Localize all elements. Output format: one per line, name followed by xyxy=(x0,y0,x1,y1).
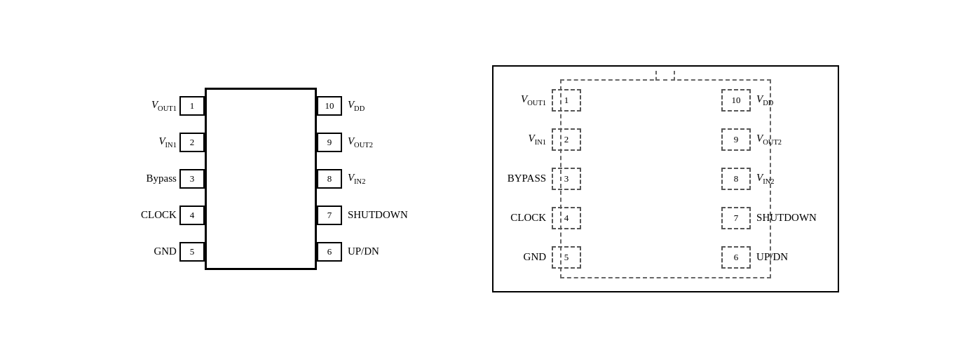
right-pin-row-9: 9 VOUT2 xyxy=(721,120,782,159)
pin-4-box: 4 xyxy=(179,206,205,225)
pin-1-label: VOUT1 xyxy=(151,99,177,112)
right-pin-8-label: VIN2 xyxy=(756,172,775,185)
right-pin-10-box: 10 xyxy=(721,89,751,112)
right-pin-10-label: VDD xyxy=(756,93,773,107)
pin-2-box: 2 xyxy=(179,133,205,152)
pin-9-label: VOUT2 xyxy=(348,135,373,149)
right-pin-row-7: 7 SHUTDOWN xyxy=(721,198,817,238)
pin-row-7-right: 7 SHUTDOWN xyxy=(317,197,408,234)
right-pin-1-label: VOUT1 xyxy=(521,93,546,107)
pin-1-box: 1 xyxy=(179,96,205,116)
right-pin-row-3: BYPASS 3 xyxy=(508,159,581,198)
right-pin-3-box: 3 xyxy=(552,168,581,190)
right-pin-row-8: 8 VIN2 xyxy=(721,159,775,198)
right-pin-row-5: GND 5 xyxy=(524,238,582,277)
right-pin-row-2: VIN1 2 xyxy=(529,120,582,159)
right-pin-2-label: VIN1 xyxy=(529,133,547,146)
right-pin-2-box: 2 xyxy=(552,128,581,151)
pin-row-5-left: GND 5 xyxy=(154,234,205,270)
pin-10-box: 10 xyxy=(317,96,342,116)
right-pin-row-10: 10 VDD xyxy=(721,81,773,120)
pin-row-8-right: 8 VIN2 xyxy=(317,161,366,197)
pin-6-label: UP/DN xyxy=(348,245,379,257)
pin-5-label: GND xyxy=(154,245,177,257)
right-pin-4-box: 4 xyxy=(552,207,581,229)
right-pin-5-box: 5 xyxy=(552,246,581,269)
pin-6-box: 6 xyxy=(317,242,342,262)
pin-7-label: SHUTDOWN xyxy=(348,209,408,221)
left-diagram-left-pins: VOUT1 1 VIN1 2 Bypass 3 CLOCK 4 GND 5 xyxy=(141,88,205,270)
left-ic-body xyxy=(205,88,317,270)
right-pin-8-box: 8 xyxy=(721,168,751,190)
right-diagram-left-pins: VOUT1 1 VIN1 2 BYPASS 3 CLOCK 4 GND 5 xyxy=(508,81,581,277)
pin-row-1-left: VOUT1 1 xyxy=(151,88,205,124)
pin-5-box: 5 xyxy=(179,242,205,262)
right-pin-7-label: SHUTDOWN xyxy=(756,212,817,224)
pin-row-3-left: Bypass 3 xyxy=(147,161,205,197)
right-pin-9-box: 9 xyxy=(721,128,751,151)
pin-row-2-left: VIN1 2 xyxy=(158,124,205,161)
right-pin-3-label: BYPASS xyxy=(508,173,546,184)
pin-3-box: 3 xyxy=(179,169,205,189)
pin-row-9-right: 9 VOUT2 xyxy=(317,124,373,161)
left-ic-diagram: VOUT1 1 VIN1 2 Bypass 3 CLOCK 4 GND 5 xyxy=(141,88,408,270)
left-diagram-right-pins: 10 VDD 9 VOUT2 8 VIN2 7 SHUTDOWN 6 UP/DN xyxy=(317,88,408,270)
pin-9-box: 9 xyxy=(317,133,342,152)
right-ic-diagram: VOUT1 1 VIN1 2 BYPASS 3 CLOCK 4 GND 5 xyxy=(492,65,839,292)
right-pin-row-4: CLOCK 4 xyxy=(510,198,581,238)
pin-2-label: VIN1 xyxy=(158,135,177,149)
right-pin-row-1: VOUT1 1 xyxy=(521,81,581,120)
right-pin-row-6: 6 UP/DN xyxy=(721,238,788,277)
right-outer-box: VOUT1 1 VIN1 2 BYPASS 3 CLOCK 4 GND 5 xyxy=(492,65,839,292)
right-pin-6-label: UP/DN xyxy=(756,251,788,263)
right-pin-4-label: CLOCK xyxy=(510,212,546,224)
right-pin-6-box: 6 xyxy=(721,246,751,269)
right-pin-1-box: 1 xyxy=(552,89,581,112)
pin-row-6-right: 6 UP/DN xyxy=(317,234,379,270)
pin-8-label: VIN2 xyxy=(348,172,366,185)
right-pin-9-label: VOUT2 xyxy=(756,133,782,146)
pin-10-label: VDD xyxy=(348,99,365,112)
diagrams-container: VOUT1 1 VIN1 2 Bypass 3 CLOCK 4 GND 5 xyxy=(113,51,867,307)
right-pin-7-box: 7 xyxy=(721,207,751,229)
pin-8-box: 8 xyxy=(317,169,342,189)
right-pin-5-label: GND xyxy=(524,251,547,263)
pin-4-label: CLOCK xyxy=(141,209,177,221)
pin-7-box: 7 xyxy=(317,206,342,225)
pin-row-10-right: 10 VDD xyxy=(317,88,365,124)
right-diagram-right-pins: 10 VDD 9 VOUT2 8 VIN2 7 SHUTDOWN 6 UP/ xyxy=(721,81,817,277)
pin-row-4-left: CLOCK 4 xyxy=(141,197,205,234)
pin-3-label: Bypass xyxy=(147,173,177,184)
